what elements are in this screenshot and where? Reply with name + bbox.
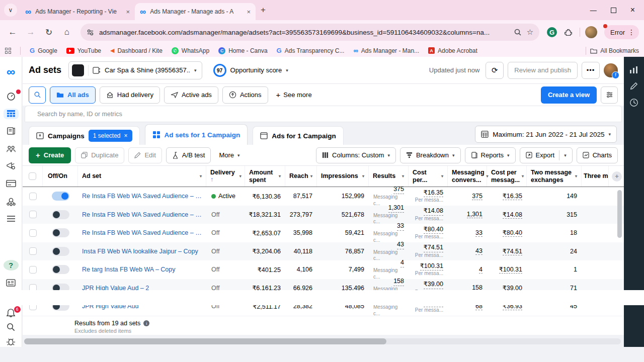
tab-campaigns[interactable]: Campaigns 1 selected× bbox=[29, 126, 140, 145]
new-tab-button[interactable]: + bbox=[261, 5, 266, 15]
zoom-icon[interactable] bbox=[514, 28, 522, 36]
cost-per-result-value[interactable]: ₹100.31 bbox=[420, 262, 443, 271]
browser-profile-avatar[interactable] bbox=[585, 26, 597, 38]
col-reach[interactable]: Reach▾ bbox=[285, 166, 317, 187]
edit-pencil-icon[interactable] bbox=[630, 82, 638, 90]
bookmark-google[interactable]: GGoogle bbox=[30, 47, 57, 54]
adset-toggle[interactable] bbox=[52, 210, 69, 219]
error-button[interactable]: Error ⋮ bbox=[604, 25, 639, 39]
adset-name-link[interactable]: Re targ Insta FB Web WA – Copy bbox=[82, 266, 176, 273]
filter-actions[interactable]: Actions bbox=[222, 86, 268, 104]
ab-test-button[interactable]: A/B test bbox=[166, 147, 211, 163]
filter-active-ads[interactable]: Active ads bbox=[164, 86, 218, 104]
forward-button[interactable]: → bbox=[23, 25, 38, 40]
export-button[interactable]: Export ▾ bbox=[520, 147, 573, 163]
business-support-icon[interactable] bbox=[4, 278, 19, 288]
edit-button[interactable]: Edit bbox=[128, 147, 162, 163]
bookmark-whatsapp[interactable]: ✆WhatsApp bbox=[172, 47, 209, 54]
filter-had-delivery[interactable]: Had delivery bbox=[100, 86, 160, 104]
table-row[interactable]: Re Insta FB Web WA Saved Audience – 23 M… bbox=[23, 206, 624, 224]
col-adset[interactable]: Ad set▾ bbox=[78, 166, 206, 187]
create-view-button[interactable]: Create a view bbox=[541, 86, 597, 104]
bookmark-star-icon[interactable]: ☆ bbox=[527, 28, 533, 37]
bookmark-acrobat[interactable]: AAdobe Acrobat bbox=[428, 47, 477, 54]
col-impressions[interactable]: Impressions▾ bbox=[317, 166, 369, 187]
messaging-conversations-value[interactable]: 4 bbox=[479, 266, 482, 274]
reload-button[interactable]: ↻ bbox=[41, 25, 56, 40]
assets-nav-icon[interactable] bbox=[4, 196, 19, 207]
search-nav-icon[interactable] bbox=[4, 322, 19, 332]
adset-toggle[interactable] bbox=[52, 192, 69, 201]
duplicate-button[interactable]: Duplicate bbox=[75, 147, 124, 163]
all-tools-menu-icon[interactable] bbox=[4, 213, 19, 224]
cost-per-result-value[interactable]: ₹74.51 bbox=[424, 244, 443, 252]
more-button[interactable]: More▾ bbox=[215, 151, 244, 159]
report-bug-icon[interactable] bbox=[4, 336, 19, 347]
apps-grid-icon[interactable] bbox=[5, 48, 11, 54]
window-close-button[interactable]: × bbox=[630, 6, 635, 15]
col-cost-per[interactable]: Cost per...▾ bbox=[409, 166, 448, 187]
select-all-checkbox[interactable] bbox=[29, 172, 36, 180]
bookmark-kite[interactable]: ◀Dashboard / Kite bbox=[110, 47, 163, 54]
tab-ads[interactable]: Ads for 1 Campaign bbox=[253, 126, 344, 145]
bookmark-ads-manager[interactable]: ∞Ads Manager - Man... bbox=[353, 47, 419, 54]
messaging-conversations-value[interactable]: 33 bbox=[475, 229, 482, 237]
charts-button[interactable]: Charts bbox=[577, 147, 618, 163]
row-checkbox[interactable] bbox=[29, 229, 37, 237]
opportunity-score[interactable]: 97 Opportunity score ▾ bbox=[213, 64, 288, 77]
results-value[interactable]: 1,301 bbox=[388, 204, 404, 213]
user-avatar[interactable] bbox=[604, 63, 618, 77]
grammarly-extension-icon[interactable]: G bbox=[547, 27, 557, 37]
col-three-message[interactable]: Three messag bbox=[582, 166, 609, 187]
messaging-conversations-value[interactable]: 43 bbox=[475, 247, 482, 255]
tab-close-icon[interactable]: × bbox=[247, 8, 251, 16]
results-value[interactable]: 43 bbox=[397, 241, 404, 249]
billing-nav-icon[interactable] bbox=[4, 178, 19, 189]
tab-close-icon[interactable]: × bbox=[126, 8, 130, 16]
create-button[interactable]: +Create bbox=[29, 147, 71, 163]
campaigns-nav-icon[interactable] bbox=[4, 109, 19, 119]
view-settings-button[interactable] bbox=[601, 86, 618, 104]
scrollbar-thumb[interactable] bbox=[24, 338, 386, 344]
col-amount-spent[interactable]: Amount spent▾ bbox=[245, 166, 285, 187]
browser-tab-1[interactable]: ∞ Ads Manager - Reporting - Vie × bbox=[20, 3, 135, 20]
adset-name-link[interactable]: Insta FB Web WA lookalike Jaipur – Copy bbox=[82, 248, 198, 255]
info-icon[interactable]: i bbox=[143, 320, 149, 326]
results-value[interactable]: 158 bbox=[393, 278, 404, 286]
row-checkbox[interactable] bbox=[29, 266, 37, 274]
cost-per-result-value[interactable]: ₹16.35 bbox=[424, 189, 443, 198]
table-row[interactable]: Re Insta FB Web WA Saved Audience – 8 Ju… bbox=[23, 187, 624, 206]
site-settings-icon[interactable] bbox=[87, 29, 94, 36]
extensions-icon[interactable] bbox=[561, 28, 575, 37]
adset-name-link[interactable]: Re Insta FB Web WA Saved Audience – 23 M… bbox=[82, 211, 202, 218]
cost-per-message-value[interactable]: ₹74.51 bbox=[503, 247, 522, 255]
row-checkbox[interactable] bbox=[29, 193, 37, 200]
home-button[interactable]: ⌂ bbox=[59, 25, 74, 40]
address-bar[interactable]: adsmanager.facebook.com/adsmanager/manag… bbox=[80, 24, 539, 41]
all-bookmarks-button[interactable]: All Bookmarks bbox=[590, 47, 639, 54]
refresh-button[interactable]: ⟳ bbox=[486, 62, 504, 79]
table-row[interactable]: Insta FB Web WA lookalike Jaipur – Copy … bbox=[23, 242, 624, 261]
horizontal-scrollbar[interactable] bbox=[24, 338, 621, 344]
columns-button[interactable]: Columns: Custom▾ bbox=[316, 147, 396, 163]
cost-per-result-value[interactable]: ₹80.40 bbox=[424, 226, 443, 234]
cost-per-message-value[interactable]: ₹100.31 bbox=[499, 265, 522, 274]
col-results[interactable]: Results▾ bbox=[369, 166, 409, 187]
notifications-bell-icon[interactable]: 6 bbox=[4, 308, 19, 318]
add-column-button[interactable]: + bbox=[612, 171, 622, 182]
breakdown-button[interactable]: Breakdown▾ bbox=[400, 147, 461, 163]
account-selector[interactable]: Car Spa & Shine (39556357... ▾ bbox=[68, 61, 202, 79]
adset-toggle[interactable] bbox=[52, 265, 69, 274]
export-dropdown-icon[interactable]: ▾ bbox=[564, 153, 567, 158]
results-value[interactable]: 4 bbox=[400, 259, 404, 267]
messaging-conversations-value[interactable]: 375 bbox=[472, 193, 482, 200]
cost-per-message-value[interactable]: ₹14.08 bbox=[503, 211, 522, 219]
cost-per-message-value[interactable]: ₹80.40 bbox=[503, 229, 522, 237]
window-maximize-button[interactable] bbox=[611, 8, 616, 13]
messaging-conversations-value[interactable]: 1,301 bbox=[467, 211, 482, 218]
cost-per-message-value[interactable]: ₹16.35 bbox=[503, 192, 522, 200]
ads-nav-icon[interactable] bbox=[4, 161, 19, 171]
reports-nav-icon[interactable] bbox=[4, 126, 19, 137]
tab-adsets[interactable]: Ad sets for 1 Campaign bbox=[145, 124, 248, 145]
vertical-scrollbar[interactable] bbox=[617, 190, 622, 238]
